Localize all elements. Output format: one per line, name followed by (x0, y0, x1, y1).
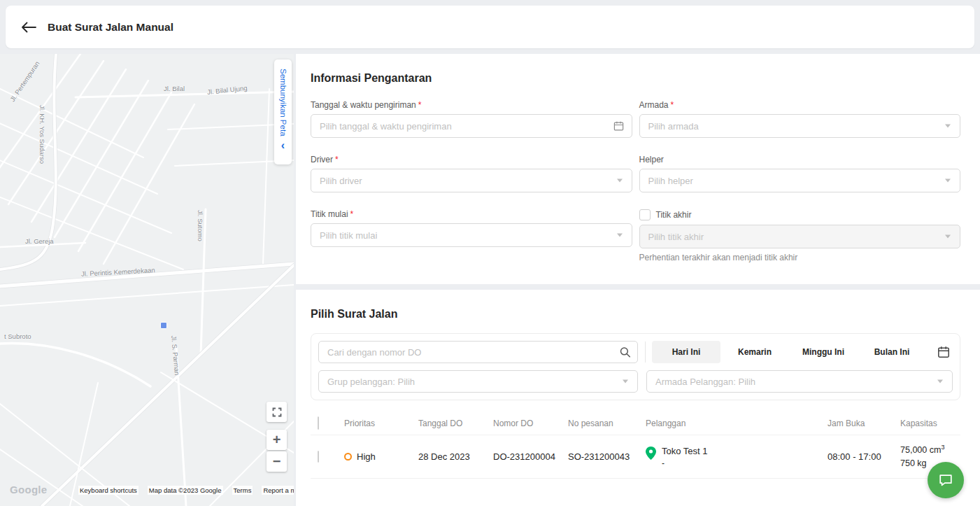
chat-bubble-icon (938, 472, 953, 488)
back-button[interactable] (18, 17, 39, 38)
pelanggan-cell: Toko Test 1 - (640, 446, 822, 468)
required-asterisk: * (335, 155, 339, 164)
nomor-do-cell: DO-231200004 (488, 451, 562, 462)
field-driver: Driver* Pilih driver (311, 155, 632, 192)
field-label: Helper (639, 155, 961, 164)
zoom-out-button[interactable]: − (267, 451, 287, 472)
customer-detail: - (662, 458, 708, 468)
row-checkbox[interactable] (318, 451, 319, 463)
table-row[interactable]: High 28 Dec 2023 DO-231200004 SO-2312000… (311, 435, 960, 479)
calendar-icon (613, 121, 624, 132)
surat-jalan-table: Prioritas Tanggal DO Nomor DO No pesanan… (311, 412, 960, 479)
vertical-divider (645, 342, 646, 363)
field-armada: Armada* Pilih armada (639, 100, 961, 138)
hide-map-label: Sembunyikan Peta (279, 69, 287, 136)
tanggal-waktu-input[interactable] (320, 121, 611, 132)
arrow-left-icon (21, 22, 36, 33)
page-title: Buat Surat Jalan Manual (48, 21, 173, 34)
select-all-checkbox[interactable] (318, 416, 319, 430)
armada-pelanggan-select[interactable]: Armada Pelanggan: Pilih (646, 370, 953, 393)
field-label: Titik mulai* (311, 209, 632, 219)
street-label: Jl. Gereja (25, 237, 54, 245)
column-header: Kapasitas (895, 419, 960, 428)
table-header-row: Prioritas Tanggal DO Nomor DO No pesanan… (311, 412, 960, 435)
field-titik-akhir: Titik akhir Pilih titik akhir Perhentian… (639, 209, 961, 262)
driver-select[interactable]: Pilih driver (311, 169, 632, 192)
column-header: Prioritas (339, 419, 413, 428)
column-header: No pesanan (562, 419, 640, 428)
filter-minggu-ini[interactable]: Minggu Ini (789, 341, 858, 363)
titik-akhir-label: Titik akhir (656, 210, 692, 220)
customer-name: Toko Test 1 (662, 446, 708, 456)
date-range-calendar-button[interactable] (937, 346, 950, 358)
keyboard-shortcuts-link[interactable]: Keyboard shortcuts (78, 486, 139, 495)
street-label: Jl. Sutomo (197, 210, 204, 241)
jam-buka-cell: 08:00 - 17:00 (822, 451, 895, 462)
report-map-error-link[interactable]: Report a map error (262, 486, 294, 495)
map-attribution: Keyboard shortcuts Map data ©2023 Google… (78, 486, 294, 495)
hide-map-toggle[interactable]: Sembunyikan Peta ‹ (274, 59, 292, 164)
field-label: Tanggal & waktu pengiriman* (311, 100, 632, 110)
caret-down-icon (945, 125, 951, 128)
fullscreen-button[interactable] (267, 402, 287, 422)
column-header: Tanggal DO (413, 419, 488, 428)
filter-hari-ini[interactable]: Hari Ini (652, 341, 720, 363)
caret-down-icon (937, 380, 943, 384)
surat-jalan-title: Pilih Surat Jalan (311, 308, 960, 321)
no-pesanan-cell: SO-231200043 (562, 451, 640, 462)
field-label: Driver* (311, 155, 632, 164)
main-panel: Informasi Pengantaran Tanggal & waktu pe… (296, 54, 980, 506)
column-header: Jam Buka (822, 419, 895, 428)
caret-down-icon (617, 179, 623, 183)
map-poi-marker[interactable] (160, 322, 167, 329)
tanggal-input-wrapper (311, 114, 632, 138)
filter-bulan-ini[interactable]: Bulan Ini (858, 341, 926, 363)
column-header: Pelanggan (640, 419, 822, 428)
caret-down-icon (945, 235, 951, 239)
caret-down-icon (945, 179, 951, 183)
chat-button[interactable] (928, 462, 964, 498)
location-pin-icon (646, 447, 656, 460)
delivery-info-title: Informasi Pengantaran (311, 72, 960, 85)
priority-high-icon (344, 453, 352, 461)
street-label: Jl. KH. Yos Sudarso (38, 105, 46, 164)
caret-down-icon (617, 234, 623, 237)
titik-akhir-select: Pilih titik akhir (639, 225, 961, 248)
field-tanggal: Tanggal & waktu pengiriman* (311, 100, 632, 138)
titik-akhir-checkbox[interactable] (639, 209, 651, 220)
grup-pelanggan-select[interactable]: Grup pelanggan: Pilih (318, 370, 638, 393)
surat-jalan-section: Pilih Surat Jalan Hari Ini Kemarin Mingg… (296, 290, 980, 506)
field-label: Armada* (639, 100, 961, 110)
tanggal-do-cell: 28 Dec 2023 (413, 451, 488, 462)
page-header: Buat Surat Jalan Manual (6, 6, 974, 48)
titik-mulai-select[interactable]: Pilih titik mulai (311, 223, 632, 247)
terms-link[interactable]: Terms (232, 486, 253, 495)
helper-select[interactable]: Pilih helper (639, 169, 961, 192)
caret-down-icon (623, 380, 628, 384)
zoom-in-button[interactable]: + (267, 430, 287, 450)
priority-cell: High (339, 451, 413, 462)
search-input[interactable] (327, 347, 613, 358)
required-asterisk: * (418, 100, 422, 110)
armada-select[interactable]: Pilih armada (639, 114, 961, 138)
filter-kemarin[interactable]: Kemarin (720, 341, 789, 363)
field-helper: Helper Pilih helper (639, 155, 961, 192)
titik-akhir-helper-text: Perhentian terakhir akan menjadi titik a… (639, 253, 961, 262)
fullscreen-icon (272, 407, 282, 417)
required-asterisk: * (350, 209, 354, 219)
delivery-info-section: Informasi Pengantaran Tanggal & waktu pe… (296, 54, 980, 284)
required-asterisk: * (671, 100, 674, 110)
calendar-icon (937, 346, 950, 358)
filter-box: Hari Ini Kemarin Minggu Ini Bulan Ini Gr… (311, 333, 960, 400)
search-input-wrapper (318, 341, 638, 363)
street-label: t Subroto (4, 332, 31, 340)
field-titik-mulai: Titik mulai* Pilih titik mulai (311, 209, 632, 262)
map[interactable]: Jl. Pertempuran Jl. Bilal Jl. Bilal Ujun… (0, 54, 294, 506)
street-label: Jl. Bilal (164, 85, 185, 92)
google-logo[interactable]: Google (10, 484, 47, 496)
column-header: Nomor DO (488, 419, 562, 428)
chevron-left-icon: ‹ (281, 140, 285, 151)
search-icon[interactable] (619, 346, 631, 358)
map-data-text: Map data ©2023 Google (148, 486, 223, 495)
